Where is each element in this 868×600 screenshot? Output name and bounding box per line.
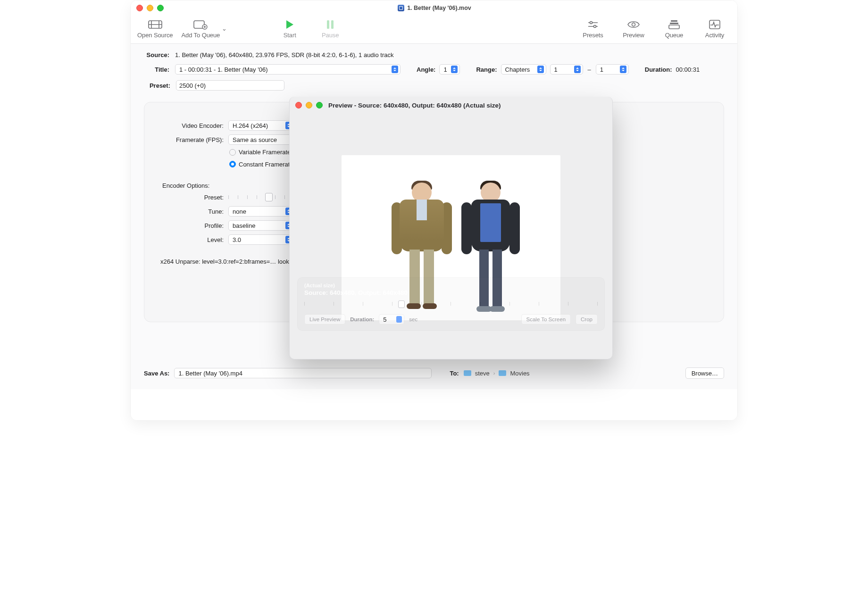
svg-rect-9 bbox=[327, 20, 329, 29]
stepper-icon bbox=[451, 66, 458, 73]
pause-button: Pause bbox=[314, 18, 346, 39]
slider-thumb-icon[interactable] bbox=[398, 300, 405, 308]
title-popup[interactable]: 1 - 00:00:31 - 1. Better (May '06) bbox=[175, 64, 401, 75]
preview-position-slider[interactable] bbox=[304, 302, 598, 309]
svg-rect-18 bbox=[669, 25, 679, 29]
range-mode-value: Chapters bbox=[505, 66, 530, 73]
scale-label: Scale To Screen bbox=[526, 317, 566, 322]
range-from-value: 1 bbox=[554, 66, 558, 73]
window-title: 1. Better (May '06).mov bbox=[407, 5, 471, 11]
presets-label: Presets bbox=[583, 32, 603, 39]
crop-button[interactable]: Crop bbox=[576, 314, 598, 325]
bottom-bar: Save As: 1. Better (May '06).mp4 To: ste… bbox=[131, 361, 737, 389]
hud-duration-value: 5 bbox=[383, 316, 386, 323]
hud-seconds-label: sec bbox=[409, 317, 417, 322]
breadcrumb-part: steve bbox=[475, 370, 490, 377]
activity-button[interactable]: Activity bbox=[699, 18, 731, 39]
level-value: 3.0 bbox=[233, 236, 241, 243]
cfr-label: Constant Framerate bbox=[239, 161, 293, 168]
video-encoder-label: Video Encoder: bbox=[160, 122, 224, 129]
range-to-value: 1 bbox=[600, 66, 603, 73]
range-from-popup[interactable]: 1 bbox=[550, 64, 583, 75]
add-to-queue-label: Add To Queue bbox=[182, 32, 220, 39]
zoom-icon[interactable] bbox=[316, 102, 323, 108]
range-to-popup[interactable]: 1 bbox=[596, 64, 629, 75]
activity-label: Activity bbox=[705, 32, 724, 39]
queue-dropdown-icon[interactable]: ⌄ bbox=[220, 25, 228, 32]
preview-titlebar: Preview - Source: 640x480, Output: 640x4… bbox=[290, 97, 612, 114]
close-icon[interactable] bbox=[295, 102, 302, 108]
duration-value: 00:00:31 bbox=[676, 66, 700, 73]
source-label: Source: bbox=[144, 51, 169, 58]
cfr-radio[interactable]: Constant Framerate bbox=[229, 161, 293, 168]
hud-size: Source: 640x480, Output: 640x480 bbox=[304, 289, 598, 296]
window-titlebar: 1. Better (May '06).mov bbox=[131, 0, 737, 16]
svg-point-14 bbox=[594, 25, 596, 28]
document-icon bbox=[398, 5, 404, 11]
minimize-icon[interactable] bbox=[147, 5, 153, 11]
hud-duration-label: Duration: bbox=[350, 317, 374, 322]
svg-point-15 bbox=[632, 23, 635, 26]
range-label: Range: bbox=[476, 66, 497, 73]
source-value: 1. Better (May '06), 640x480, 23.976 FPS… bbox=[175, 51, 394, 58]
title-value: 1 - 00:00:31 - 1. Better (May '06) bbox=[179, 66, 267, 73]
start-button[interactable]: Start bbox=[274, 18, 306, 39]
tune-popup[interactable]: none bbox=[228, 206, 294, 217]
range-separator: – bbox=[587, 66, 592, 73]
preview-window: Preview - Source: 640x480, Output: 640x4… bbox=[289, 97, 613, 359]
x264-preset-label: Preset: bbox=[160, 194, 224, 201]
open-source-button[interactable]: Open Source bbox=[137, 18, 173, 39]
zoom-icon[interactable] bbox=[157, 5, 164, 11]
queue-label: Queue bbox=[665, 32, 684, 39]
level-label: Level: bbox=[160, 236, 224, 243]
folder-icon bbox=[499, 370, 506, 376]
svg-marker-8 bbox=[286, 20, 293, 29]
hud-size-small: (Actual size) bbox=[304, 283, 598, 288]
presets-button[interactable]: Presets bbox=[577, 18, 609, 39]
window-traffic-lights[interactable] bbox=[136, 5, 164, 11]
slider-thumb-icon[interactable] bbox=[265, 193, 273, 201]
duration-label: Duration: bbox=[645, 66, 672, 73]
save-as-value: 1. Better (May '06).mp4 bbox=[178, 370, 242, 377]
level-popup[interactable]: 3.0 bbox=[228, 234, 294, 245]
chevron-right-icon: › bbox=[493, 370, 495, 376]
hud-duration-popup[interactable]: 5 bbox=[379, 314, 404, 325]
live-preview-button[interactable]: Live Preview bbox=[304, 314, 345, 325]
video-encoder-value: H.264 (x264) bbox=[233, 122, 268, 129]
scale-to-screen-button[interactable]: Scale To Screen bbox=[521, 314, 571, 325]
preset-value: 2500 (+0) bbox=[179, 82, 206, 89]
breadcrumb-part: Movies bbox=[510, 370, 529, 377]
preview-traffic-lights[interactable] bbox=[295, 102, 323, 108]
preview-label: Preview bbox=[623, 32, 644, 39]
browse-button[interactable]: Browse… bbox=[685, 367, 724, 379]
vfr-radio[interactable]: Variable Framerate bbox=[229, 149, 291, 156]
save-as-label: Save As: bbox=[144, 370, 169, 377]
minimize-icon[interactable] bbox=[306, 102, 312, 108]
svg-rect-16 bbox=[671, 20, 677, 22]
range-mode-popup[interactable]: Chapters bbox=[501, 64, 546, 75]
destination-breadcrumb[interactable]: steve › Movies bbox=[464, 370, 530, 377]
video-encoder-popup[interactable]: H.264 (x264) bbox=[228, 120, 294, 131]
live-preview-label: Live Preview bbox=[309, 317, 340, 322]
angle-popup[interactable]: 1 bbox=[439, 64, 460, 75]
close-icon[interactable] bbox=[136, 5, 143, 11]
browse-label: Browse… bbox=[692, 370, 718, 377]
preset-field[interactable]: 2500 (+0) bbox=[176, 80, 284, 91]
crop-label: Crop bbox=[581, 317, 593, 322]
profile-value: baseline bbox=[233, 222, 255, 229]
angle-label: Angle: bbox=[417, 66, 435, 73]
preset-label: Preset: bbox=[144, 82, 170, 89]
main-toolbar: Open Source Add To Queue ⌄ Start Pause P… bbox=[131, 16, 737, 44]
profile-popup[interactable]: baseline bbox=[228, 220, 294, 231]
title-label: Title: bbox=[144, 66, 169, 73]
preview-button[interactable]: Preview bbox=[618, 18, 650, 39]
save-as-field[interactable]: 1. Better (May '06).mp4 bbox=[174, 368, 432, 378]
preview-hud: (Actual size) Source: 640x480, Output: 6… bbox=[297, 277, 605, 331]
queue-button[interactable]: Queue bbox=[658, 18, 690, 39]
add-to-queue-button[interactable]: Add To Queue ⌄ bbox=[182, 18, 229, 39]
fps-value: Same as source bbox=[233, 136, 277, 143]
start-label: Start bbox=[284, 32, 296, 39]
profile-label: Profile: bbox=[160, 222, 224, 229]
stepper-icon bbox=[396, 316, 402, 323]
tune-value: none bbox=[233, 208, 246, 215]
